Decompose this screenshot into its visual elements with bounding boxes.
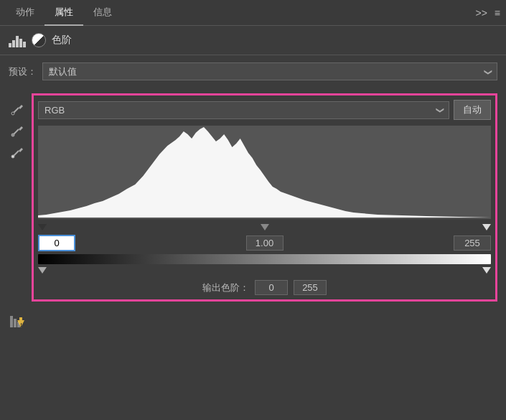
input-midtone-triangle[interactable] (261, 224, 269, 230)
eyedropper-white-icon[interactable] (9, 144, 26, 161)
output-black-triangle[interactable] (38, 267, 47, 274)
svg-marker-7 (19, 148, 23, 152)
eyedropper-gray-icon[interactable] (9, 122, 26, 139)
input-white-triangle[interactable] (482, 224, 491, 230)
input-black-field[interactable] (38, 235, 75, 251)
output-gradient-bar (38, 254, 491, 264)
main-content: RGB 红 绿 蓝 自动 1.0 (0, 88, 506, 307)
tab-actions[interactable]: 动作 (6, 0, 44, 26)
preset-select[interactable]: 默认值 较亮 较暗 中间调较亮 中间调较暗 (42, 62, 497, 80)
preset-row: 预设： 默认值 较亮 较暗 中间调较亮 中间调较暗 (0, 55, 506, 88)
svg-point-5 (11, 134, 14, 136)
svg-point-2 (11, 112, 14, 115)
channel-select[interactable]: RGB 红 绿 蓝 (38, 101, 449, 119)
tab-menu-icon[interactable]: ≡ (495, 7, 500, 19)
preset-label: 预设： (9, 65, 37, 78)
histogram-warning-icon[interactable]: ! (9, 313, 26, 330)
bottom-bar: ! (0, 307, 506, 336)
levels-panel: RGB 红 绿 蓝 自动 1.0 (32, 93, 497, 302)
svg-point-8 (11, 155, 14, 158)
levels-icon (9, 33, 26, 47)
svg-marker-4 (19, 126, 23, 131)
output-levels-label: 输出色阶： (202, 281, 249, 294)
tab-bar: 动作 属性 信息 >> ≡ (0, 0, 506, 26)
input-slider-row (38, 222, 491, 232)
preset-select-wrapper: 默认值 较亮 较暗 中间调较亮 中间调较暗 (42, 62, 497, 80)
panel-title: 色阶 (52, 34, 72, 47)
tab-extra-controls: >> ≡ (475, 7, 500, 19)
svg-rect-11 (14, 319, 17, 327)
input-black-triangle[interactable] (38, 224, 47, 230)
panel-header: 色阶 (0, 26, 506, 55)
histogram-container (38, 126, 491, 219)
output-levels-row: 输出色阶： (38, 280, 491, 295)
input-midtone-display[interactable]: 1.00 (246, 235, 284, 251)
input-white-display[interactable]: 255 (454, 235, 491, 251)
eyedropper-black-icon[interactable] (9, 101, 26, 118)
svg-rect-10 (10, 316, 13, 327)
channel-select-wrapper: RGB 红 绿 蓝 (38, 101, 449, 119)
tab-properties[interactable]: 属性 (44, 0, 83, 26)
svg-marker-1 (19, 105, 23, 109)
output-black-field[interactable] (255, 280, 288, 295)
left-tools (9, 93, 26, 302)
input-values-row: 1.00 255 (38, 235, 491, 251)
adjustment-layer-icon (32, 33, 46, 47)
auto-button[interactable]: 自动 (454, 100, 491, 120)
svg-text:!: ! (20, 322, 22, 328)
output-white-triangle[interactable] (482, 267, 491, 274)
tab-info[interactable]: 信息 (83, 0, 122, 26)
tab-more-icon[interactable]: >> (475, 7, 487, 19)
output-white-field[interactable] (294, 280, 327, 295)
channel-row: RGB 红 绿 蓝 自动 (38, 100, 491, 120)
output-slider-row (38, 267, 491, 277)
